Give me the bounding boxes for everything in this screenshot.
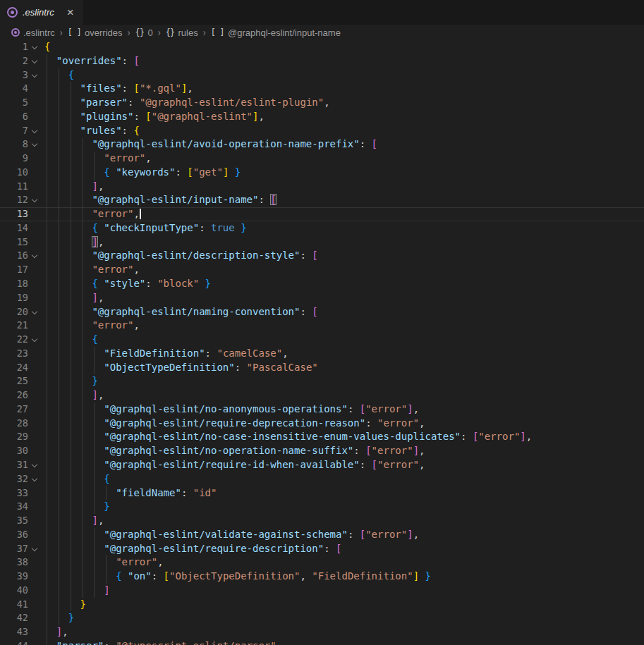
code-line[interactable]: 5 "parser": "@graphql-eslint/eslint-plug…	[0, 96, 644, 110]
fold-chevron-icon[interactable]	[32, 462, 37, 467]
fold-chevron-icon[interactable]	[32, 545, 37, 551]
code-line[interactable]: 22 {	[0, 333, 644, 347]
code-text: "@graphql-eslint/input-name": [	[44, 193, 277, 207]
line-number: 26	[0, 388, 28, 403]
code-text: "overrides": [	[44, 54, 140, 68]
fold-chevron-icon[interactable]	[32, 71, 37, 77]
code-line[interactable]: 12 "@graphql-eslint/input-name": [	[0, 193, 644, 207]
code-line[interactable]: 2 "overrides": [	[0, 54, 644, 68]
code-text: { "checkInputType": true }	[44, 221, 247, 235]
code-text: "@graphql-eslint/require-deprecation-rea…	[44, 417, 425, 431]
line-number: 35	[0, 514, 28, 528]
line-number: 31	[0, 458, 28, 472]
code-line[interactable]: 29 "@graphql-eslint/no-case-insensitive-…	[0, 430, 644, 444]
breadcrumb-item-rules[interactable]: {} rules	[166, 27, 198, 38]
code-line[interactable]: 25 }	[0, 374, 644, 388]
symbol-array-icon: [ ]	[211, 27, 224, 37]
code-line[interactable]: 42 }	[0, 611, 644, 625]
code-line[interactable]: 4 "files": ["*.gql"],	[0, 82, 644, 96]
code-text: "error",	[44, 263, 140, 277]
line-number: 8	[0, 137, 28, 152]
code-line[interactable]: 16 "@graphql-eslint/description-style": …	[0, 249, 644, 263]
code-line[interactable]: 19 ],	[0, 291, 644, 305]
code-text: }	[44, 611, 74, 625]
code-text: "fieldName": "id"	[44, 486, 217, 500]
line-number: 18	[0, 277, 28, 291]
code-line[interactable]: 15 ],	[0, 235, 644, 250]
code-line[interactable]: 24 "ObjectTypeDefinition": "PascalCase"	[0, 361, 644, 375]
code-line[interactable]: 6 "plugins": ["@graphql-eslint"],	[0, 110, 644, 124]
code-line[interactable]: 28 "@graphql-eslint/require-deprecation-…	[0, 417, 644, 431]
code-line[interactable]: 35 ],	[0, 514, 644, 528]
code-line[interactable]: 38 "error",	[0, 555, 644, 570]
code-line[interactable]: 14 { "checkInputType": true }	[0, 221, 644, 235]
code-line[interactable]: 41 }	[0, 598, 644, 612]
chevron-right-icon: ›	[158, 26, 161, 39]
code-line[interactable]: 20 "@graphql-eslint/naming-convention": …	[0, 305, 644, 319]
code-text: {	[44, 333, 98, 347]
code-line[interactable]: 30 "@graphql-eslint/no-operation-name-su…	[0, 444, 644, 458]
code-line[interactable]: 3 {	[0, 68, 644, 82]
code-text: { "keywords": ["get"] }	[44, 166, 241, 180]
code-line[interactable]: 13 "error",	[0, 207, 644, 221]
symbol-object-icon: {}	[135, 27, 145, 37]
line-number: 13	[0, 207, 28, 221]
breadcrumb-item-0[interactable]: {} 0	[135, 27, 153, 38]
code-line[interactable]: 32 {	[0, 472, 644, 486]
code-line[interactable]: 9 "error",	[0, 152, 644, 166]
code-line[interactable]: 18 { "style": "block" }	[0, 277, 644, 291]
breadcrumb-item-overrides[interactable]: [ ] overrides	[68, 27, 123, 38]
code-text: "@graphql-eslint/no-operation-name-suffi…	[44, 444, 425, 458]
code-line[interactable]: 34 }	[0, 500, 644, 514]
breadcrumb-item-eslintrc[interactable]: .eslintrc	[11, 27, 55, 38]
code-line[interactable]: 43 ],	[0, 625, 644, 639]
eslint-file-icon	[7, 7, 18, 18]
code-line[interactable]: 23 "FieldDefinition": "camelCase",	[0, 347, 644, 361]
fold-chevron-icon[interactable]	[32, 44, 37, 49]
code-text: {	[44, 68, 74, 82]
code-line[interactable]: 26 ],	[0, 388, 644, 403]
code-line[interactable]: 40 ]	[0, 584, 644, 598]
code-line[interactable]: 37 "@graphql-eslint/require-description"…	[0, 542, 644, 556]
code-text: "@graphql-eslint/no-case-insensitive-enu…	[44, 430, 532, 444]
code-line[interactable]: 10 { "keywords": ["get"] }	[0, 166, 644, 180]
code-line[interactable]: 8 "@graphql-eslint/avoid-operation-name-…	[0, 137, 644, 152]
line-number: 21	[0, 319, 28, 333]
fold-chevron-icon[interactable]	[32, 475, 37, 481]
code-line[interactable]: 27 "@graphql-eslint/no-anonymous-operati…	[0, 403, 644, 417]
line-number: 12	[0, 193, 28, 207]
code-text: {	[44, 472, 110, 486]
code-line[interactable]: 44 "parser": "@typescript-eslint/parser"	[0, 639, 644, 645]
code-text: "parser": "@graphql-eslint/eslint-plugin…	[44, 96, 330, 110]
fold-chevron-icon[interactable]	[32, 58, 37, 63]
line-number: 1	[0, 40, 28, 54]
code-text: "error",	[44, 555, 164, 570]
code-text: ],	[44, 388, 104, 403]
code-line[interactable]: 1{	[0, 40, 644, 54]
tab-eslintrc[interactable]: .eslintrc ×	[0, 0, 83, 25]
fold-chevron-icon[interactable]	[32, 308, 37, 314]
code-line[interactable]: 33 "fieldName": "id"	[0, 486, 644, 500]
code-line[interactable]: 21 "error",	[0, 319, 644, 333]
code-line[interactable]: 7 "rules": {	[0, 124, 644, 138]
code-line[interactable]: 39 { "on": ["ObjectTypeDefinition", "Fie…	[0, 570, 644, 584]
code-line[interactable]: 31 "@graphql-eslint/require-id-when-avai…	[0, 458, 644, 472]
code-line[interactable]: 17 "error",	[0, 263, 644, 277]
code-editor[interactable]: 1{2 "overrides": [3 {4 "files": ["*.gql"…	[0, 40, 644, 645]
code-line[interactable]: 36 "@graphql-eslint/validate-against-sch…	[0, 528, 644, 542]
fold-chevron-icon[interactable]	[32, 197, 37, 202]
fold-chevron-icon[interactable]	[32, 127, 37, 133]
code-line[interactable]: 11 ],	[0, 180, 644, 194]
code-text: ],	[44, 514, 104, 528]
fold-chevron-icon[interactable]	[32, 252, 37, 258]
line-number: 41	[0, 598, 28, 612]
code-text: }	[44, 374, 98, 388]
line-number: 30	[0, 444, 28, 458]
line-number: 36	[0, 528, 28, 542]
code-text: }	[44, 598, 86, 612]
fold-chevron-icon[interactable]	[32, 336, 37, 342]
fold-chevron-icon[interactable]	[32, 141, 37, 147]
code-text: ],	[44, 291, 104, 305]
close-icon[interactable]: ×	[67, 6, 74, 18]
breadcrumb-item-input-name[interactable]: [ ] @graphql-eslint/input-name	[211, 27, 341, 38]
